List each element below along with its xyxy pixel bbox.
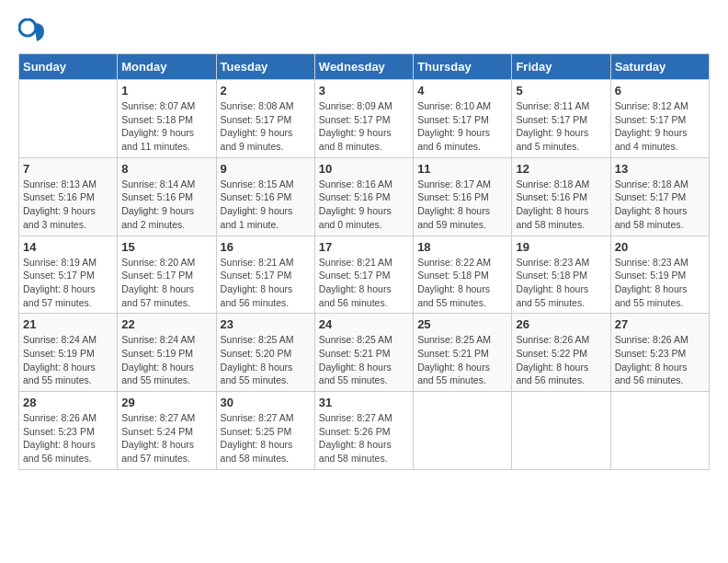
day-info: Sunrise: 8:11 AM Sunset: 5:17 PM Dayligh… <box>516 99 606 154</box>
calendar-day-cell: 31Sunrise: 8:27 AM Sunset: 5:26 PM Dayli… <box>314 392 413 470</box>
day-of-week-header: Sunday <box>19 54 118 80</box>
day-info: Sunrise: 8:27 AM Sunset: 5:26 PM Dayligh… <box>319 411 409 465</box>
day-number: 14 <box>23 240 113 254</box>
day-number: 2 <box>221 84 311 98</box>
day-info: Sunrise: 8:25 AM Sunset: 5:21 PM Dayligh… <box>319 333 409 387</box>
calendar-day-cell: 14Sunrise: 8:19 AM Sunset: 5:17 PM Dayli… <box>19 236 118 314</box>
calendar-day-cell: 21Sunrise: 8:24 AM Sunset: 5:19 PM Dayli… <box>19 314 118 392</box>
calendar-day-cell: 17Sunrise: 8:21 AM Sunset: 5:17 PM Dayli… <box>314 236 413 314</box>
calendar-day-cell: 24Sunrise: 8:25 AM Sunset: 5:21 PM Dayli… <box>314 314 413 392</box>
calendar-day-cell: 15Sunrise: 8:20 AM Sunset: 5:17 PM Dayli… <box>118 236 216 314</box>
day-info: Sunrise: 8:17 AM Sunset: 5:16 PM Dayligh… <box>417 178 507 232</box>
day-info: Sunrise: 8:21 AM Sunset: 5:17 PM Dayligh… <box>221 256 311 310</box>
day-info: Sunrise: 8:15 AM Sunset: 5:16 PM Dayligh… <box>221 178 311 232</box>
calendar-day-cell: 3Sunrise: 8:09 AM Sunset: 5:17 PM Daylig… <box>314 80 413 158</box>
calendar-day-cell: 12Sunrise: 8:18 AM Sunset: 5:16 PM Dayli… <box>512 157 610 236</box>
calendar-day-cell: 18Sunrise: 8:22 AM Sunset: 5:18 PM Dayli… <box>414 236 512 314</box>
day-number: 21 <box>23 317 113 331</box>
calendar-day-cell <box>512 392 610 470</box>
day-number: 1 <box>121 84 211 98</box>
day-number: 16 <box>221 240 311 254</box>
day-info: Sunrise: 8:07 AM Sunset: 5:18 PM Dayligh… <box>121 99 211 154</box>
day-number: 22 <box>121 317 211 331</box>
calendar-day-cell: 30Sunrise: 8:27 AM Sunset: 5:25 PM Dayli… <box>216 392 314 470</box>
day-number: 8 <box>121 162 211 176</box>
day-of-week-header: Thursday <box>414 54 512 80</box>
day-info: Sunrise: 8:26 AM Sunset: 5:22 PM Dayligh… <box>516 333 606 387</box>
day-number: 3 <box>319 84 409 98</box>
day-info: Sunrise: 8:23 AM Sunset: 5:19 PM Dayligh… <box>615 256 705 310</box>
day-info: Sunrise: 8:09 AM Sunset: 5:17 PM Dayligh… <box>319 99 409 154</box>
day-info: Sunrise: 8:25 AM Sunset: 5:21 PM Dayligh… <box>417 333 507 387</box>
calendar-day-cell: 10Sunrise: 8:16 AM Sunset: 5:16 PM Dayli… <box>314 157 413 236</box>
day-of-week-header: Wednesday <box>314 54 413 80</box>
calendar-day-cell: 20Sunrise: 8:23 AM Sunset: 5:19 PM Dayli… <box>610 236 709 314</box>
day-of-week-header: Friday <box>512 54 610 80</box>
calendar-header: SundayMondayTuesdayWednesdayThursdayFrid… <box>19 54 710 80</box>
day-info: Sunrise: 8:10 AM Sunset: 5:17 PM Dayligh… <box>417 99 507 154</box>
day-number: 27 <box>615 317 705 331</box>
day-info: Sunrise: 8:22 AM Sunset: 5:18 PM Dayligh… <box>417 256 507 310</box>
day-info: Sunrise: 8:16 AM Sunset: 5:16 PM Dayligh… <box>319 178 409 232</box>
day-of-week-header: Monday <box>118 54 216 80</box>
day-number: 19 <box>516 240 606 254</box>
day-number: 11 <box>417 162 507 176</box>
day-number: 29 <box>121 396 211 409</box>
day-number: 6 <box>615 84 705 98</box>
day-info: Sunrise: 8:18 AM Sunset: 5:16 PM Dayligh… <box>516 178 606 232</box>
calendar-week-row: 28Sunrise: 8:26 AM Sunset: 5:23 PM Dayli… <box>19 392 710 470</box>
day-number: 28 <box>23 396 113 409</box>
day-info: Sunrise: 8:27 AM Sunset: 5:25 PM Dayligh… <box>221 411 311 465</box>
day-of-week-header: Tuesday <box>216 54 314 80</box>
day-number: 12 <box>516 162 606 176</box>
day-info: Sunrise: 8:08 AM Sunset: 5:17 PM Dayligh… <box>221 99 311 154</box>
day-info: Sunrise: 8:20 AM Sunset: 5:17 PM Dayligh… <box>121 256 211 310</box>
day-info: Sunrise: 8:12 AM Sunset: 5:17 PM Dayligh… <box>615 99 705 154</box>
day-info: Sunrise: 8:21 AM Sunset: 5:17 PM Dayligh… <box>319 256 409 310</box>
day-number: 23 <box>221 317 311 331</box>
day-info: Sunrise: 8:18 AM Sunset: 5:17 PM Dayligh… <box>615 178 705 232</box>
svg-point-0 <box>19 19 36 36</box>
page-header <box>18 18 710 44</box>
day-number: 25 <box>417 317 507 331</box>
calendar-week-row: 7Sunrise: 8:13 AM Sunset: 5:16 PM Daylig… <box>19 157 710 236</box>
calendar-day-cell: 28Sunrise: 8:26 AM Sunset: 5:23 PM Dayli… <box>19 392 118 470</box>
day-number: 17 <box>319 240 409 254</box>
day-of-week-header: Saturday <box>610 54 709 80</box>
day-number: 9 <box>221 162 311 176</box>
calendar-day-cell: 11Sunrise: 8:17 AM Sunset: 5:16 PM Dayli… <box>414 157 512 236</box>
day-info: Sunrise: 8:14 AM Sunset: 5:16 PM Dayligh… <box>121 178 211 232</box>
day-number: 31 <box>319 396 409 409</box>
calendar-day-cell: 5Sunrise: 8:11 AM Sunset: 5:17 PM Daylig… <box>512 80 610 158</box>
calendar-week-row: 21Sunrise: 8:24 AM Sunset: 5:19 PM Dayli… <box>19 314 710 392</box>
calendar-day-cell: 16Sunrise: 8:21 AM Sunset: 5:17 PM Dayli… <box>216 236 314 314</box>
day-number: 7 <box>23 162 113 176</box>
day-info: Sunrise: 8:27 AM Sunset: 5:24 PM Dayligh… <box>121 411 211 465</box>
day-info: Sunrise: 8:13 AM Sunset: 5:16 PM Dayligh… <box>23 178 113 232</box>
calendar-day-cell: 6Sunrise: 8:12 AM Sunset: 5:17 PM Daylig… <box>610 80 709 158</box>
calendar-day-cell <box>19 80 118 158</box>
day-info: Sunrise: 8:23 AM Sunset: 5:18 PM Dayligh… <box>516 256 606 310</box>
calendar-week-row: 14Sunrise: 8:19 AM Sunset: 5:17 PM Dayli… <box>19 236 710 314</box>
logo-icon <box>18 18 44 44</box>
calendar-day-cell: 8Sunrise: 8:14 AM Sunset: 5:16 PM Daylig… <box>118 157 216 236</box>
day-info: Sunrise: 8:24 AM Sunset: 5:19 PM Dayligh… <box>121 333 211 387</box>
calendar-day-cell: 9Sunrise: 8:15 AM Sunset: 5:16 PM Daylig… <box>216 157 314 236</box>
calendar-day-cell: 2Sunrise: 8:08 AM Sunset: 5:17 PM Daylig… <box>216 80 314 158</box>
calendar-day-cell <box>414 392 512 470</box>
calendar-table: SundayMondayTuesdayWednesdayThursdayFrid… <box>18 53 710 470</box>
day-number: 5 <box>516 84 606 98</box>
day-number: 10 <box>319 162 409 176</box>
calendar-day-cell: 23Sunrise: 8:25 AM Sunset: 5:20 PM Dayli… <box>216 314 314 392</box>
logo <box>18 18 48 44</box>
calendar-body: 1Sunrise: 8:07 AM Sunset: 5:18 PM Daylig… <box>19 80 710 470</box>
day-info: Sunrise: 8:24 AM Sunset: 5:19 PM Dayligh… <box>23 333 113 387</box>
calendar-day-cell: 29Sunrise: 8:27 AM Sunset: 5:24 PM Dayli… <box>118 392 216 470</box>
calendar-day-cell: 26Sunrise: 8:26 AM Sunset: 5:22 PM Dayli… <box>512 314 610 392</box>
calendar-day-cell: 19Sunrise: 8:23 AM Sunset: 5:18 PM Dayli… <box>512 236 610 314</box>
day-number: 30 <box>221 396 311 409</box>
calendar-day-cell: 25Sunrise: 8:25 AM Sunset: 5:21 PM Dayli… <box>414 314 512 392</box>
calendar-day-cell: 4Sunrise: 8:10 AM Sunset: 5:17 PM Daylig… <box>414 80 512 158</box>
day-number: 15 <box>121 240 211 254</box>
calendar-day-cell: 7Sunrise: 8:13 AM Sunset: 5:16 PM Daylig… <box>19 157 118 236</box>
